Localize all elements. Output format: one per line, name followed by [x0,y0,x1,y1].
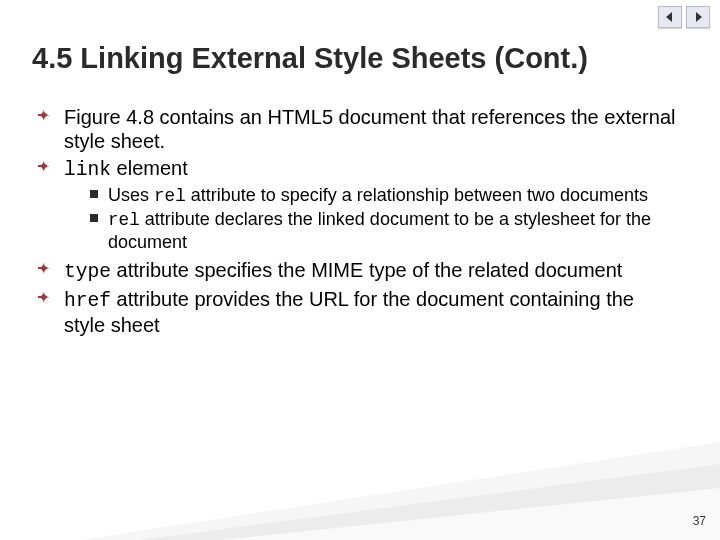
decorative-wedge [0,410,720,540]
sub-bullet-item: Uses rel attribute to specify a relation… [90,185,680,208]
text: attribute specifies the MIME type of the… [111,259,622,281]
svg-marker-2 [80,442,720,540]
text: element [111,157,188,179]
svg-marker-4 [220,488,720,540]
svg-marker-1 [696,12,702,22]
slide: 4.5 Linking External Style Sheets (Cont.… [0,0,720,540]
code-text: type [64,261,111,283]
bullet-item: ✦ href attribute provides the URL for th… [36,287,680,338]
text: attribute declares the linked document t… [108,209,651,252]
bullet-icon: ✦ [36,290,50,306]
code-text: href [64,290,111,312]
bullet-text: href attribute provides the URL for the … [64,288,634,337]
text: attribute to specify a relationship betw… [186,185,648,205]
arrow-right-icon [692,11,704,23]
sub-bullet-text: rel attribute declares the linked docume… [108,209,651,252]
sub-bullet-item: rel attribute declares the linked docume… [90,209,680,253]
svg-marker-0 [666,12,672,22]
text: attribute provides the URL for the docum… [64,288,634,337]
sub-bullet-text: Uses rel attribute to specify a relation… [108,185,648,205]
prev-button[interactable] [658,6,682,28]
text: Uses [108,185,154,205]
bullet-icon: ✦ [36,159,50,175]
code-text: rel [154,186,186,206]
next-button[interactable] [686,6,710,28]
slide-nav [658,6,710,28]
square-bullet-icon [90,190,98,198]
bullet-text: type attribute specifies the MIME type o… [64,259,622,281]
page-number: 37 [693,514,706,528]
bullet-item: ✦ type attribute specifies the MIME type… [36,258,680,285]
bullet-icon: ✦ [36,261,50,277]
bullet-text: link element [64,157,188,179]
slide-title: 4.5 Linking External Style Sheets (Cont.… [32,42,688,75]
arrow-left-icon [664,11,676,23]
bullet-item: ✦ Figure 4.8 contains an HTML5 document … [36,105,680,154]
square-bullet-icon [90,214,98,222]
svg-marker-3 [140,464,720,540]
code-text: rel [108,210,140,230]
slide-body: ✦ Figure 4.8 contains an HTML5 document … [36,105,680,340]
bullet-item: ✦ link element Uses rel attribute to spe… [36,156,680,254]
bullet-icon: ✦ [36,108,50,124]
bullet-text: Figure 4.8 contains an HTML5 document th… [64,106,675,152]
code-text: link [64,159,111,181]
